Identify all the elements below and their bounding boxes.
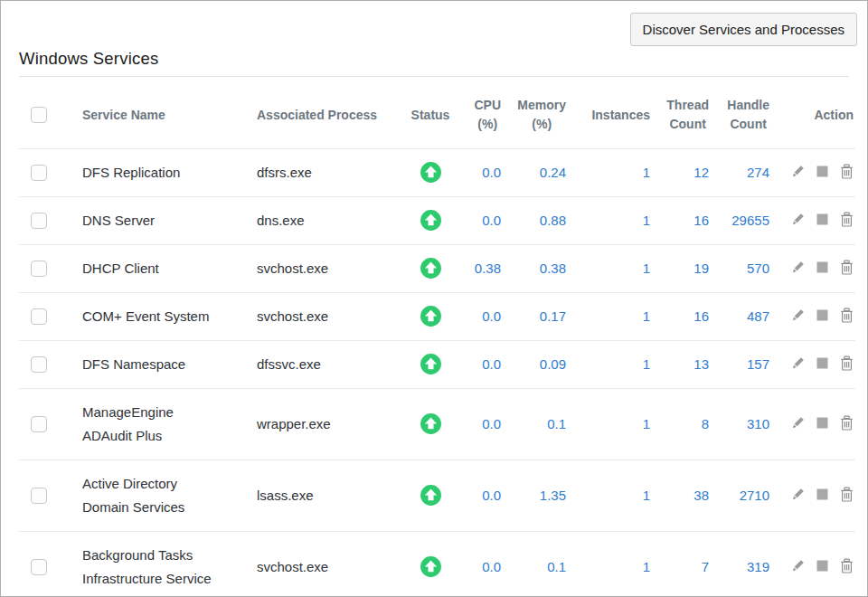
services-table-body: DFS Replication dfsrs.exe 0.0 0.24 1 12 … [19, 148, 855, 597]
delete-icon[interactable] [840, 212, 854, 230]
instances-cell: 1 [571, 340, 656, 388]
actions-cell [775, 340, 855, 388]
thread-count-cell: 16 [656, 196, 714, 244]
status-up-icon [420, 353, 442, 375]
delete-icon[interactable] [840, 558, 854, 576]
thread-count-cell: 13 [656, 340, 714, 388]
table-row: DNS Server dns.exe 0.0 0.88 1 16 29655 [19, 196, 855, 244]
delete-icon[interactable] [840, 308, 854, 326]
service-name-cell: DFS Namespace [82, 340, 257, 388]
top-toolbar: Discover Services and Processes [1, 1, 867, 46]
row-checkbox-cell [19, 460, 82, 531]
actions-cell [775, 148, 855, 196]
row-checkbox[interactable] [31, 559, 47, 575]
discover-services-button[interactable]: Discover Services and Processes [630, 13, 857, 46]
table-row: DHCP Client svchost.exe 0.38 0.38 1 19 5… [19, 244, 855, 292]
stop-icon[interactable] [816, 213, 828, 228]
associated-process-cell: wrapper.exe [257, 388, 405, 460]
stop-icon[interactable] [816, 165, 828, 180]
handle-count-cell: 487 [714, 292, 775, 340]
handle-count-cell: 29655 [714, 196, 775, 244]
status-up-icon [420, 209, 442, 232]
stop-icon[interactable] [816, 356, 828, 372]
table-row: ManageEngine ADAudit Plus wrapper.exe 0.… [19, 388, 855, 460]
cpu-cell: 0.0 [456, 148, 506, 196]
delete-icon[interactable] [840, 164, 854, 182]
row-checkbox[interactable] [31, 213, 47, 229]
service-name-cell: COM+ Event System [82, 292, 257, 340]
edit-icon[interactable] [791, 308, 805, 325]
row-checkbox[interactable] [31, 416, 47, 432]
memory-cell: 0.24 [506, 148, 571, 196]
edit-icon[interactable] [791, 165, 805, 181]
cpu-cell: 0.0 [456, 531, 506, 597]
handle-count-cell: 157 [714, 340, 775, 388]
thread-count-cell: 7 [656, 531, 714, 597]
delete-icon[interactable] [840, 487, 854, 505]
delete-icon[interactable] [840, 260, 854, 278]
title-divider [19, 76, 849, 77]
status-up-icon [420, 484, 442, 507]
status-cell [405, 460, 456, 531]
associated-process-cell: dfssvc.exe [257, 340, 405, 388]
status-up-icon [420, 412, 442, 435]
edit-icon[interactable] [791, 261, 805, 277]
header-checkbox-cell [19, 82, 82, 148]
col-header-associated-process: Associated Process [257, 82, 405, 148]
row-checkbox-cell [19, 388, 82, 460]
status-up-icon [420, 555, 442, 578]
memory-cell: 0.09 [506, 340, 571, 388]
col-header-service-name: Service Name [82, 82, 257, 148]
stop-icon[interactable] [816, 261, 828, 276]
memory-cell: 1.35 [506, 460, 571, 531]
status-cell [405, 244, 456, 292]
memory-cell: 0.1 [506, 531, 571, 597]
row-checkbox-cell [19, 531, 82, 597]
cpu-cell: 0.0 [456, 196, 506, 244]
status-cell [405, 292, 456, 340]
memory-cell: 0.88 [506, 196, 571, 244]
table-row: Background Tasks Infrastructure Service … [19, 531, 855, 597]
thread-count-cell: 16 [656, 292, 714, 340]
actions-cell [775, 244, 855, 292]
associated-process-cell: lsass.exe [257, 460, 405, 531]
service-name-cell: DFS Replication [82, 148, 257, 196]
status-up-icon [420, 257, 442, 280]
row-checkbox[interactable] [31, 308, 47, 325]
row-checkbox[interactable] [31, 165, 47, 181]
table-row: DFS Replication dfsrs.exe 0.0 0.24 1 12 … [19, 148, 855, 196]
associated-process-cell: dfsrs.exe [257, 148, 405, 196]
edit-icon[interactable] [791, 488, 805, 504]
table-row: COM+ Event System svchost.exe 0.0 0.17 1… [19, 292, 855, 340]
row-checkbox[interactable] [31, 261, 47, 277]
handle-count-cell: 319 [714, 531, 775, 597]
edit-icon[interactable] [791, 416, 805, 432]
row-checkbox[interactable] [31, 356, 47, 373]
status-cell [405, 388, 456, 460]
stop-icon[interactable] [816, 308, 828, 324]
handle-count-cell: 274 [714, 148, 775, 196]
instances-cell: 1 [571, 292, 656, 340]
row-checkbox-cell [19, 244, 82, 292]
delete-icon[interactable] [840, 415, 854, 433]
edit-icon[interactable] [791, 356, 805, 373]
memory-cell: 0.1 [506, 388, 571, 460]
stop-icon[interactable] [816, 559, 828, 574]
actions-cell [775, 196, 855, 244]
delete-icon[interactable] [840, 355, 854, 374]
row-checkbox-cell [19, 148, 82, 196]
associated-process-cell: svchost.exe [257, 244, 405, 292]
row-checkbox[interactable] [31, 488, 47, 504]
col-header-memory: Memory (%) [506, 82, 571, 148]
col-header-instances: Instances [571, 82, 656, 148]
edit-icon[interactable] [791, 559, 805, 575]
cpu-cell: 0.38 [456, 244, 506, 292]
thread-count-cell: 12 [656, 148, 714, 196]
select-all-checkbox[interactable] [31, 107, 47, 123]
row-checkbox-cell [19, 340, 82, 388]
stop-icon[interactable] [816, 416, 828, 431]
stop-icon[interactable] [816, 488, 828, 503]
service-name-cell: DNS Server [82, 196, 257, 244]
status-cell [405, 531, 456, 597]
edit-icon[interactable] [791, 213, 805, 229]
